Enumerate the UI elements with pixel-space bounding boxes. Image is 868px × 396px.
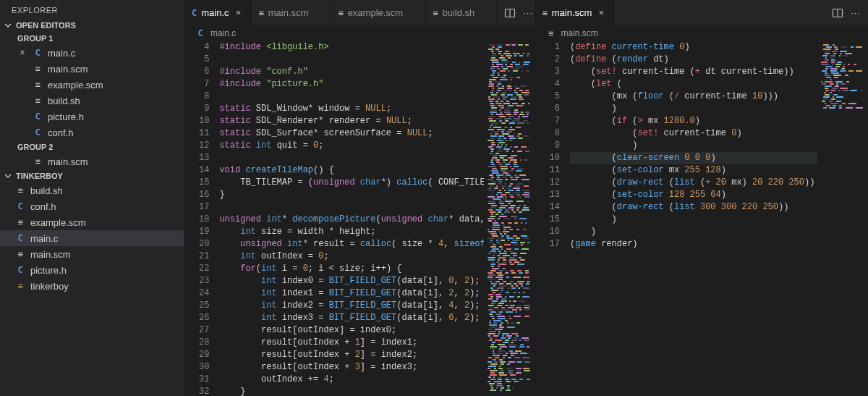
file-icon: C bbox=[192, 8, 197, 18]
group-1-label: GROUP 1 bbox=[0, 32, 184, 45]
file-name: example.scm bbox=[30, 217, 86, 228]
tab-actions-right: ··· bbox=[825, 0, 868, 25]
file-icon: ≡ bbox=[32, 96, 43, 106]
file-name: tinkerboy bbox=[30, 281, 69, 292]
file-name: conf.h bbox=[48, 127, 73, 138]
file-icon: ≡ bbox=[32, 80, 43, 90]
editor-pane-right: ≡main.scm× ··· ≡ main.scm 12345678910111… bbox=[535, 0, 868, 396]
file-name: build.sh bbox=[30, 185, 63, 196]
file-icon: C bbox=[14, 233, 26, 243]
file-name: main.scm bbox=[30, 249, 71, 260]
close-icon[interactable]: × bbox=[234, 7, 244, 18]
line-gutter: 1234567891011121314151617 bbox=[535, 41, 570, 396]
editors-region: Cmain.c×≡main.scm×≡example.scm×≡build.sh… bbox=[184, 0, 868, 396]
file-icon: C bbox=[32, 127, 43, 138]
file-name: main.scm bbox=[48, 156, 88, 167]
file-name: build.sh bbox=[48, 96, 80, 106]
line-gutter: 4567891011121314151617181920212223242526… bbox=[184, 41, 219, 396]
file-row[interactable]: Cpicture.h bbox=[0, 262, 184, 278]
file-row[interactable]: Cpicture.h bbox=[0, 109, 184, 125]
file-row[interactable]: ×Cmain.c bbox=[0, 45, 184, 61]
breadcrumbs-left[interactable]: C main.c bbox=[184, 25, 535, 41]
split-editor-icon[interactable] bbox=[832, 7, 843, 19]
tab-label: build.sh bbox=[442, 7, 475, 18]
tab-label: example.scm bbox=[348, 7, 404, 18]
tab-label: main.scm bbox=[268, 7, 309, 18]
close-icon[interactable]: × bbox=[596, 7, 606, 18]
breadcrumbs-right[interactable]: ≡ main.scm bbox=[535, 25, 868, 41]
explorer-sidebar: EXPLORER OPEN EDITORS GROUP 1 ×Cmain.c≡m… bbox=[0, 0, 184, 396]
file-icon: ≡ bbox=[542, 8, 548, 18]
editor-tab[interactable]: ≡main.scm× bbox=[252, 0, 331, 25]
file-row[interactable]: Cmain.c bbox=[0, 230, 184, 246]
file-name: picture.h bbox=[48, 111, 84, 122]
file-icon: ≡ bbox=[14, 217, 26, 227]
editor-pane-left: Cmain.c×≡main.scm×≡example.scm×≡build.sh… bbox=[184, 0, 535, 396]
tab-label: main.scm bbox=[552, 7, 592, 18]
tab-label: main.c bbox=[201, 7, 229, 18]
file-row[interactable]: ≡tinkerboy bbox=[0, 278, 184, 294]
code-editor-left[interactable]: 4567891011121314151617181920212223242526… bbox=[184, 41, 535, 396]
file-row[interactable]: ≡main.scm bbox=[0, 61, 184, 77]
code-content[interactable]: #include <libguile.h> #include "conf.h"#… bbox=[219, 41, 483, 396]
file-row[interactable]: ≡main.scm bbox=[0, 246, 184, 262]
close-icon[interactable]: × bbox=[17, 48, 27, 58]
minimap-right[interactable] bbox=[817, 41, 868, 396]
file-icon: ≡ bbox=[14, 185, 26, 195]
chevron-down-icon bbox=[3, 172, 13, 180]
open-editors-section-header[interactable]: OPEN EDITORS bbox=[0, 19, 184, 32]
tab-bar-right: ≡main.scm× ··· bbox=[535, 0, 868, 25]
workspace-section-header[interactable]: TINKERBOY bbox=[0, 169, 184, 182]
file-icon: ≡ bbox=[433, 8, 438, 18]
file-icon: ≡ bbox=[338, 8, 343, 18]
more-actions-icon[interactable]: ··· bbox=[851, 7, 861, 18]
more-actions-icon[interactable]: ··· bbox=[523, 7, 533, 18]
file-icon: C bbox=[14, 265, 26, 275]
breadcrumb-label: main.scm bbox=[561, 28, 598, 38]
file-name: conf.h bbox=[30, 201, 56, 212]
file-row[interactable]: ≡example.scm bbox=[0, 77, 184, 93]
file-name: example.scm bbox=[48, 80, 103, 90]
file-name: main.scm bbox=[48, 64, 88, 75]
tab-actions-left: ··· bbox=[497, 0, 534, 25]
code-content[interactable]: (define current-time 0)(define (render d… bbox=[570, 41, 817, 396]
file-row[interactable]: ≡main.scm bbox=[0, 153, 184, 169]
file-icon: ≡ bbox=[14, 249, 26, 259]
file-icon: ≡ bbox=[259, 8, 264, 18]
file-icon: C bbox=[32, 48, 43, 58]
editor-tab[interactable]: ≡build.sh× bbox=[425, 0, 497, 25]
tab-bar-left: Cmain.c×≡main.scm×≡example.scm×≡build.sh… bbox=[184, 0, 535, 25]
file-row[interactable]: Cconf.h bbox=[0, 125, 184, 140]
editor-tab[interactable]: ≡example.scm× bbox=[331, 0, 425, 25]
file-icon: C bbox=[14, 201, 26, 211]
file-name: picture.h bbox=[30, 265, 67, 276]
file-row[interactable]: ≡build.sh bbox=[0, 93, 184, 109]
file-icon: ≡ bbox=[545, 28, 557, 38]
group-2-label: GROUP 2 bbox=[0, 140, 184, 153]
split-editor-icon[interactable] bbox=[504, 7, 516, 19]
chevron-down-icon bbox=[3, 21, 13, 30]
file-name: main.c bbox=[30, 233, 58, 244]
file-icon: C bbox=[32, 111, 43, 122]
editor-tab[interactable]: ≡main.scm× bbox=[535, 0, 615, 25]
minimap-left[interactable] bbox=[484, 41, 535, 396]
open-editors-label: OPEN EDITORS bbox=[16, 21, 76, 30]
file-icon: ≡ bbox=[32, 156, 43, 167]
file-icon: C bbox=[195, 28, 206, 38]
file-icon: ≡ bbox=[14, 281, 26, 291]
editor-tab[interactable]: Cmain.c× bbox=[184, 0, 252, 25]
file-icon: ≡ bbox=[32, 64, 43, 74]
breadcrumb-label: main.c bbox=[210, 28, 236, 38]
file-row[interactable]: Cconf.h bbox=[0, 198, 184, 214]
explorer-title: EXPLORER bbox=[0, 0, 184, 19]
file-row[interactable]: ≡build.sh bbox=[0, 182, 184, 198]
workspace-label: TINKERBOY bbox=[16, 172, 63, 180]
file-name: main.c bbox=[48, 48, 75, 59]
code-editor-right[interactable]: 1234567891011121314151617 (define curren… bbox=[535, 41, 868, 396]
file-row[interactable]: ≡example.scm bbox=[0, 214, 184, 230]
